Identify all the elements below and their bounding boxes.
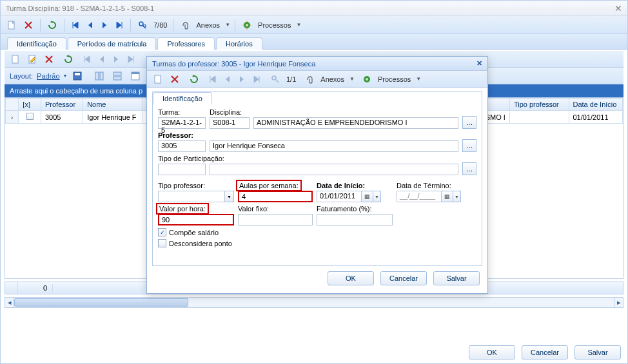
new-icon[interactable] (151, 73, 165, 85)
row-data-inicio[interactable]: 01/01/2011 (569, 111, 623, 124)
new-row-icon[interactable] (8, 53, 23, 65)
tab-professores[interactable]: Professores (157, 37, 215, 50)
horizontal-scrollbar[interactable]: ◂ ▸ (5, 297, 623, 308)
dialog-processos-label[interactable]: Processos (377, 75, 412, 83)
first-icon[interactable] (206, 74, 219, 84)
close-icon[interactable]: ✕ (476, 59, 482, 68)
chevron-down-icon[interactable]: ▼ (296, 22, 301, 28)
tipo-participacao-nome-field[interactable] (210, 164, 458, 175)
aulas-semana-field[interactable]: 4 (238, 191, 313, 202)
compoe-salario-checkbox[interactable]: ✓ Compõe salário (158, 228, 476, 236)
row-nome[interactable]: Igor Henrique F (83, 111, 142, 124)
first-icon[interactable] (69, 20, 82, 30)
dialog-anexos-label[interactable]: Anexos (319, 75, 346, 83)
grid-first-icon[interactable] (81, 54, 93, 64)
rows-icon[interactable] (110, 70, 124, 82)
layout-dropdown-icon[interactable]: ▾ (64, 73, 66, 79)
professor-nome-field[interactable]: Igor Henrique Fonseca (210, 140, 458, 152)
label-desconsidera-ponto: Desconsidera ponto (169, 240, 232, 247)
disciplina-nome-field[interactable]: ADMINISTRAÇÃO E EMPREENDEDORISMO I (253, 117, 458, 129)
data-inicio-field[interactable]: 01/01/2011 (317, 191, 362, 202)
svg-point-1 (139, 22, 143, 26)
chevron-down-icon[interactable]: ▼ (225, 22, 230, 28)
grid-col-tipo-professor[interactable]: Tipo professor (509, 99, 569, 111)
calendar-icon[interactable]: ▦ (442, 191, 453, 202)
layout-value-link[interactable]: Padrão (37, 72, 59, 80)
layout-save-icon[interactable] (70, 70, 84, 82)
scroll-right-icon[interactable]: ▸ (614, 298, 623, 307)
delete-row-icon[interactable] (42, 53, 56, 65)
desconsidera-ponto-checkbox[interactable]: Desconsidera ponto (158, 239, 476, 247)
export-icon[interactable] (128, 70, 142, 82)
chevron-down-icon[interactable]: ▼ (349, 76, 355, 82)
professor-cod-field[interactable]: 3005 (158, 140, 206, 152)
ok-button[interactable]: OK (469, 345, 515, 359)
search-icon[interactable] (135, 19, 150, 31)
salvar-button[interactable]: Salvar (574, 345, 621, 359)
close-icon[interactable]: ✕ (614, 3, 622, 14)
grid-col-data-inicio[interactable]: Data de Início (569, 99, 623, 111)
scroll-left-icon[interactable]: ◂ (5, 298, 14, 307)
grid-col-rowhead[interactable] (6, 99, 19, 111)
tipo-participacao-cod-field[interactable] (158, 164, 206, 175)
ellipsis-button[interactable]: … (462, 139, 476, 152)
row-checkbox[interactable] (19, 111, 41, 124)
grid-last-icon[interactable] (124, 54, 137, 64)
cancelar-button[interactable]: Cancelar (522, 345, 568, 359)
delete-icon[interactable] (21, 19, 35, 31)
valor-hora-field[interactable]: 90 (158, 214, 234, 225)
process-icon[interactable] (360, 73, 374, 85)
process-icon[interactable] (240, 19, 254, 31)
faturamento-field[interactable] (317, 214, 393, 225)
tab-identificacao[interactable]: Identificação (7, 37, 66, 50)
dialog-title: Turmas do professor: 3005 - Igor Henriqu… (152, 60, 315, 68)
processos-label[interactable]: Processos (257, 21, 292, 29)
search-icon[interactable] (268, 73, 282, 85)
dialog-cancelar-button[interactable]: Cancelar (380, 271, 427, 285)
prev-icon[interactable] (84, 20, 96, 30)
calendar-icon[interactable]: ▦ (362, 191, 373, 202)
chevron-down-icon[interactable]: ▼ (373, 191, 381, 202)
tab-horarios[interactable]: Horários (216, 37, 262, 50)
grid-col-nome[interactable]: Nome (83, 99, 142, 111)
next-icon[interactable] (236, 74, 248, 84)
next-icon[interactable] (99, 20, 110, 30)
refresh-icon[interactable] (187, 73, 201, 85)
data-termino-field[interactable]: __/__/____ (397, 191, 442, 202)
grid-next-icon[interactable] (110, 54, 122, 64)
refresh-icon[interactable] (45, 19, 59, 31)
anexos-label[interactable]: Anexos (195, 21, 221, 29)
edit-row-icon[interactable] (25, 53, 39, 65)
tipo-professor-select[interactable] (158, 191, 225, 202)
grid-col-professor[interactable]: Professor (41, 99, 83, 111)
ellipsis-button[interactable]: … (462, 116, 476, 129)
last-icon[interactable] (250, 74, 263, 84)
prev-icon[interactable] (222, 74, 233, 84)
grid-prev-icon[interactable] (96, 54, 108, 64)
dialog-ok-button[interactable]: OK (328, 271, 374, 285)
cols-icon[interactable] (92, 70, 106, 82)
svg-rect-11 (100, 72, 103, 80)
chevron-down-icon[interactable]: ▼ (416, 76, 421, 82)
row-selector-icon[interactable]: › (6, 111, 19, 124)
dialog-salvar-button[interactable]: Salvar (433, 271, 480, 285)
attachment-icon[interactable] (178, 19, 192, 31)
row-professor[interactable]: 3005 (41, 111, 83, 124)
delete-icon[interactable] (168, 73, 182, 85)
refresh-grid-icon[interactable] (61, 53, 75, 65)
tab-periodos[interactable]: Períodos de matrícula (68, 37, 157, 50)
window-title: Turma Disciplina: 918 - S2MA-1-2-1-5 - S… (6, 5, 154, 12)
new-icon[interactable] (5, 19, 19, 31)
attachment-icon[interactable] (302, 73, 317, 85)
chevron-down-icon[interactable]: ▼ (225, 191, 234, 202)
scroll-thumb[interactable] (14, 298, 188, 307)
ellipsis-button[interactable]: … (462, 162, 476, 175)
disciplina-cod-field[interactable]: S008-1 (210, 117, 250, 129)
row-tipo-professor[interactable] (509, 111, 569, 124)
grid-col-check[interactable]: [x] (19, 99, 41, 111)
chevron-down-icon[interactable]: ▼ (453, 191, 461, 202)
turma-field[interactable]: S2MA-1-2-1-5 (158, 117, 206, 129)
last-icon[interactable] (113, 20, 126, 30)
dialog-tab-identificacao[interactable]: Identificação (153, 92, 212, 104)
valor-fixo-field[interactable] (238, 214, 313, 225)
